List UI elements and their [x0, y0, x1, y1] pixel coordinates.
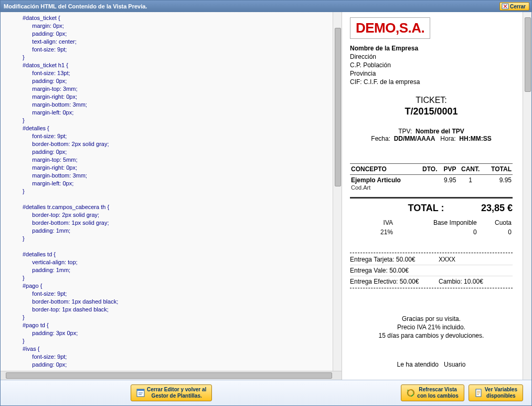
ticket-meta: TPV: Nombre del TPV Fecha: DD/MM/AAAA Ho… — [350, 128, 513, 142]
item-name: Ejemplo Articulo — [351, 176, 401, 184]
date-label: Fecha: — [371, 135, 390, 142]
company-name: Nombre de la Empresa — [350, 44, 513, 53]
base-value: 0 — [394, 227, 478, 237]
col-dto: DTO. — [417, 164, 439, 175]
payment-row: Entrega Tarjeta: 50.00€ XXXX — [350, 254, 513, 265]
scrollbar-thumb[interactable] — [525, 17, 531, 92]
editor-vertical-scrollbar[interactable] — [333, 12, 342, 371]
col-total: TOTAL — [484, 164, 513, 175]
payment-label: Entrega Efectivo: 50.00€ — [350, 278, 439, 285]
window-title: Modificación HTML del Contenido de la Vi… — [3, 3, 499, 9]
tpv-label: TPV: — [398, 128, 412, 135]
variables-button[interactable]: Ver Variables disponibles — [469, 384, 523, 401]
attended-value: Usuario — [444, 361, 465, 368]
editor-icon — [136, 389, 145, 397]
payment-extra — [439, 267, 513, 274]
editor-pane: #datos_ticket { margin: 0px; padding: 0p… — [1, 12, 342, 380]
company-province: Provincia — [350, 69, 513, 78]
refresh-label: Refrescar Vista con los cambios — [417, 387, 458, 399]
company-cif: CIF: C.I.F. de la empresa — [350, 78, 513, 86]
time-label: Hora: — [440, 135, 455, 142]
footer-message: Gracias por su visita. Precio IVA 21% in… — [350, 315, 513, 340]
footer-line: Precio IVA 21% incluido. — [350, 323, 513, 331]
company-info: Nombre de la Empresa Dirección C.P. Pobl… — [350, 44, 513, 86]
payment-row: Entrega Vale: 50.00€ — [350, 265, 513, 276]
attended-line: Le ha atendido Usuario — [350, 361, 513, 368]
ticket-number: T/2015/0001 — [350, 106, 513, 117]
editor-scroll[interactable]: #datos_ticket { margin: 0px; padding: 0p… — [1, 12, 342, 371]
item-pvp: 9.95 — [439, 175, 457, 193]
payment-extra: XXXX — [439, 256, 513, 263]
code-editor[interactable]: #datos_ticket { margin: 0px; padding: 0p… — [1, 12, 342, 371]
attended-label: Le ha atendido — [397, 361, 439, 368]
company-city: C.P. Población — [350, 61, 513, 69]
item-dto — [417, 175, 439, 193]
item-cant: 1 — [457, 175, 483, 193]
close-editor-button[interactable]: Cerrar Editor y volver al Gestor de Plan… — [131, 384, 212, 401]
payment-label: Entrega Vale: 50.00€ — [350, 267, 439, 274]
window: Modificación HTML del Contenido de la Vi… — [0, 0, 532, 406]
iva-value: 21% — [350, 227, 394, 237]
bottom-bar: Cerrar Editor y volver al Gestor de Plan… — [1, 380, 531, 405]
total-line: TOTAL : 23,85 € — [350, 197, 513, 218]
total-value: 23,85 € — [481, 203, 513, 214]
scrollbar-thumb[interactable] — [6, 372, 332, 379]
svg-rect-2 — [137, 389, 144, 391]
receipt: DEMO,S.A. Nombre de la Empresa Dirección… — [350, 17, 513, 368]
close-editor-label: Cerrar Editor y volver al Gestor de Plan… — [147, 387, 206, 399]
payment-label: Entrega Tarjeta: 50.00€ — [350, 256, 439, 263]
document-icon — [474, 389, 483, 397]
payment-section: Entrega Tarjeta: 50.00€ XXXX Entrega Val… — [350, 253, 513, 288]
close-icon — [502, 3, 509, 9]
items-table: CONCEPTO DTO. PVP CANT. TOTAL Ejemplo Ar… — [350, 163, 513, 193]
close-button-label: Cerrar — [510, 4, 526, 9]
close-button[interactable]: Cerrar — [499, 2, 529, 11]
date-value: DD/MM/AAAA — [394, 135, 435, 142]
payment-row: Entrega Efectivo: 50.00€ Cambio: 10.00€ — [350, 276, 513, 287]
editor-horizontal-scrollbar[interactable] — [1, 371, 342, 380]
base-label: Base Imponible — [394, 218, 478, 227]
cuota-label: Cuota — [478, 218, 513, 227]
refresh-icon — [407, 389, 415, 397]
logo: DEMO,S.A. — [350, 17, 430, 39]
payment-extra: Cambio: 10.00€ — [439, 278, 513, 285]
preview-vertical-scrollbar[interactable] — [523, 12, 531, 380]
scrollbar-thumb[interactable] — [335, 28, 341, 186]
variables-label: Ver Variables disponibles — [485, 387, 517, 399]
refresh-button[interactable]: Refrescar Vista con los cambios — [401, 384, 464, 401]
content: #datos_ticket { margin: 0px; padding: 0p… — [1, 12, 531, 380]
col-concepto: CONCEPTO — [350, 164, 417, 175]
table-row: Ejemplo Articulo Cod.Art 9.95 1 9.95 — [350, 175, 513, 193]
footer-line: 15 días para cambios y devoluciones. — [350, 331, 513, 340]
preview-pane[interactable]: DEMO,S.A. Nombre de la Empresa Dirección… — [342, 12, 531, 380]
iva-label: IVA — [350, 218, 394, 227]
table-header-row: CONCEPTO DTO. PVP CANT. TOTAL — [350, 164, 513, 175]
cuota-value: 0 — [478, 227, 513, 237]
iva-table: IVA Base Imponible Cuota 21% 0 0 — [350, 218, 513, 237]
col-pvp: PVP — [439, 164, 457, 175]
footer-line: Gracias por su visita. — [350, 315, 513, 323]
total-label: TOTAL : — [350, 203, 481, 214]
titlebar: Modificación HTML del Contenido de la Vi… — [1, 1, 531, 12]
item-total: 9.95 — [484, 175, 513, 193]
ticket-label: TICKET: — [350, 96, 513, 105]
col-cant: CANT. — [457, 164, 483, 175]
item-code: Cod.Art — [351, 184, 370, 191]
company-address: Dirección — [350, 53, 513, 61]
time-value: HH:MM:SS — [459, 135, 491, 142]
tpv-value: Nombre del TPV — [416, 128, 464, 135]
